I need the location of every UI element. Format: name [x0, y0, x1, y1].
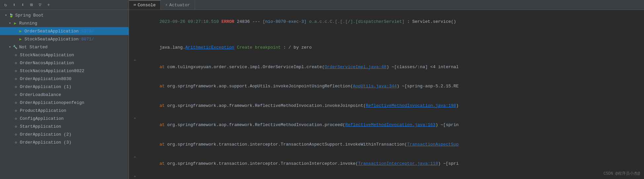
list-item[interactable]: ⚙ ConfigApplication: [0, 114, 129, 122]
spacer: [132, 97, 138, 102]
run-icon: ▶: [18, 28, 23, 34]
app-icon: ⚙: [13, 100, 19, 105]
class-path: org.springframework.aop.framework.Reflec…: [167, 122, 345, 127]
app-icon: ⚙: [13, 76, 19, 81]
class-path: org.springframework.aop.support.AopUtils…: [167, 84, 353, 89]
not-started-label: Not Started: [19, 45, 48, 50]
app-name: ConfigApplication: [20, 116, 64, 121]
tab-actuator[interactable]: ⚡ Actuator: [161, 0, 195, 10]
exception-msg: : / by zero: [283, 45, 312, 50]
log-line: + at org.springframework.transaction.int…: [129, 154, 644, 174]
project-tree: ▾ 🍃 Spring Boot ▾ ▶ Running ▶ OrderSeata…: [0, 10, 129, 179]
list-item[interactable]: ⚙ OrderApplicationopenfeign: [0, 99, 129, 107]
exception-content: java.lang.ArithmeticException Create bre…: [139, 38, 641, 58]
run-icon: ▶: [13, 21, 18, 26]
source-link[interactable]: TransactionInterceptor.java:118: [358, 161, 438, 166]
app-icon: ⚙: [13, 140, 19, 145]
log-thread: [nio-8070-exec-3]: [263, 19, 309, 24]
stack-content: at org.springframework.aop.framework.Ref…: [139, 115, 641, 135]
source-link[interactable]: AopUtils.java:344: [353, 84, 397, 89]
list-item[interactable]: ⚙ OrderApplication (3): [0, 138, 129, 146]
log-line: + at org.springframework.aop.framework.R…: [129, 115, 644, 135]
console-icon: ⌨: [134, 3, 136, 8]
log-level: ERROR: [221, 19, 234, 24]
app-name: OrderApplication (1): [20, 84, 71, 89]
list-item[interactable]: ⚙ OrderApplication (1): [0, 83, 129, 91]
tree-springboot-root[interactable]: ▾ 🍃 Spring Boot: [0, 11, 129, 19]
app-icon: ⚙: [13, 68, 19, 73]
expand-btn[interactable]: +: [132, 116, 138, 121]
tree-item-stockseata[interactable]: ▶ StockSeataApplication :8071/: [0, 35, 129, 43]
app-name: StartApplication: [20, 124, 61, 129]
stack-content: at com.tulingxueyuan.order.service.impl.…: [139, 57, 641, 77]
watermark: CSDN @程序员小杰@: [604, 171, 640, 176]
list-item[interactable]: ⚙ StockNacosApplication8022: [0, 67, 129, 75]
app-name: StockSeataApplication: [24, 37, 79, 42]
expand-btn[interactable]: [132, 13, 138, 18]
expand-btn[interactable]: +: [132, 174, 138, 179]
tree-running-group[interactable]: ▾ ▶ Running: [0, 19, 129, 27]
app-port[interactable]: :8071/: [79, 37, 94, 42]
expand-btn[interactable]: [132, 39, 138, 44]
spacer: [132, 77, 138, 83]
group-icon[interactable]: ⊞: [28, 1, 35, 9]
source-link[interactable]: OrderServiceImpl.java:48: [325, 65, 386, 69]
tree-item-orderseata[interactable]: ▶ OrderSeataApplication :8070/: [0, 27, 129, 35]
tab-console[interactable]: ⌨ Console: [129, 0, 161, 10]
list-item[interactable]: ⚙ StockNacosApplication: [0, 51, 129, 59]
add-icon[interactable]: +: [45, 1, 52, 9]
tab-console-label: Console: [138, 3, 156, 8]
list-item[interactable]: ⚙ OrderLoadbalance: [0, 91, 129, 99]
log-line: + at org.springframework.aop.framework.R…: [129, 173, 644, 179]
app-icon: ⚙: [13, 132, 19, 137]
log-colon: : Servlet.service(): [405, 19, 456, 24]
app-name: OrderApplicationopenfeign: [20, 100, 84, 105]
log-pid: 24836 ---: [234, 19, 263, 24]
list-item[interactable]: ⚙ OrderApplication8030: [0, 75, 129, 83]
stack-content: at org.springframework.transaction.inter…: [139, 154, 641, 174]
stack-content: at org.springframework.aop.framework.Ref…: [139, 173, 641, 179]
tree-not-started-group[interactable]: ▾ 🔧 Not Started: [0, 43, 129, 51]
source-link[interactable]: ReflectiveMethodInvocation.java:198: [366, 103, 456, 108]
springboot-label: Spring Boot: [15, 13, 44, 18]
app-name: OrderApplication (3): [20, 140, 71, 145]
source-link[interactable]: ReflectiveMethodInvocation.java:163: [345, 122, 435, 127]
stack-content: at org.springframework.aop.support.AopUt…: [139, 77, 641, 96]
app-icon: ⚙: [13, 92, 19, 97]
app-port[interactable]: :8070/: [79, 29, 94, 34]
app-icon: ⚙: [13, 60, 19, 66]
app-name: ProductApplication: [20, 108, 66, 113]
log-line-exception: java.lang.ArithmeticException Create bre…: [129, 38, 644, 58]
class-path: org.springframework.transaction.intercep…: [167, 161, 358, 166]
log-line: at org.springframework.transaction.inter…: [129, 135, 644, 154]
filter-icon[interactable]: ▽: [36, 1, 44, 9]
run-icon: ▶: [18, 36, 23, 42]
at-keyword: at: [159, 65, 167, 69]
timestamp: 2023-09-26 09:27:18.510: [159, 19, 221, 24]
spacer: [13, 29, 17, 33]
wrench-icon: 🔧: [13, 44, 18, 50]
source-link[interactable]: TransactionAspectSup: [407, 142, 459, 147]
list-item[interactable]: ⚙ OrderApplication (2): [0, 130, 129, 138]
stack-content: at org.springframework.aop.framework.Ref…: [139, 96, 641, 115]
expand-btn[interactable]: +: [132, 58, 138, 63]
list-item[interactable]: ⚙ OrderNacosApplication: [0, 59, 129, 67]
chevron-down-icon: ▾: [4, 13, 8, 17]
list-item[interactable]: ⚙ ProductApplication: [0, 107, 129, 114]
console-output: 2023-09-26 09:27:18.510 ERROR 24836 --- …: [129, 10, 644, 179]
chevron-down-icon: ▾: [8, 21, 12, 25]
refresh-icon[interactable]: ↻: [2, 1, 9, 9]
class-path-suffix: ) ~[spring-aop-5.2.15.RE: [397, 84, 459, 89]
breakpoint-text: Create breakpoint: [234, 45, 283, 50]
tab-actuator-label: Actuator: [169, 3, 190, 8]
log-line: at org.springframework.aop.framework.Ref…: [129, 96, 644, 115]
app-name: OrderSeataApplication: [24, 29, 79, 34]
scroll-down-icon[interactable]: ⬇: [19, 1, 26, 9]
actuator-icon: ⚡: [165, 3, 168, 8]
log-line: + at com.tulingxueyuan.order.service.imp…: [129, 57, 644, 77]
expand-btn[interactable]: +: [132, 155, 138, 160]
scroll-up-icon[interactable]: ⬆: [11, 1, 18, 9]
list-item[interactable]: ⚙ StartApplication: [0, 122, 129, 130]
class-path-suffix: ) ~[sprin: [435, 122, 459, 127]
exception-class-link[interactable]: ArithmeticException: [185, 45, 234, 50]
